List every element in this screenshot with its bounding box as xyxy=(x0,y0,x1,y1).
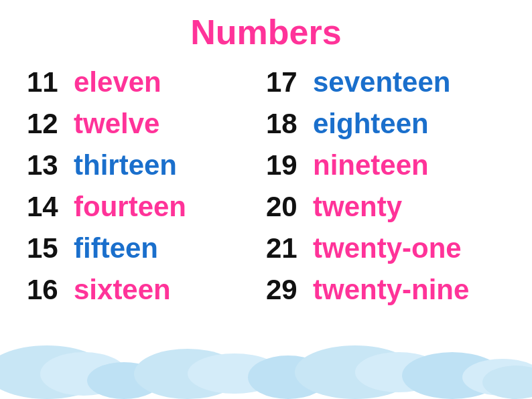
number-digit: 17 xyxy=(266,66,313,98)
number-word: twenty-one xyxy=(313,232,462,264)
number-digit: 18 xyxy=(266,108,313,140)
number-word: seventeen xyxy=(313,66,450,98)
number-word: twenty xyxy=(313,191,402,223)
number-digit: 14 xyxy=(27,191,74,223)
number-digit: 16 xyxy=(27,274,74,306)
number-row: 15fifteen xyxy=(27,228,266,268)
numbers-content: 11eleven12twelve13thirteen14fourteen15fi… xyxy=(0,62,532,310)
number-word: fifteen xyxy=(74,232,158,264)
clouds-decoration xyxy=(0,332,532,399)
number-digit: 29 xyxy=(266,274,313,306)
number-row: 17seventeen xyxy=(266,62,505,102)
number-word: thirteen xyxy=(74,149,177,181)
page-title: Numbers xyxy=(0,0,532,59)
number-row: 12twelve xyxy=(27,104,266,144)
number-digit: 13 xyxy=(27,149,74,181)
number-row: 20twenty xyxy=(266,187,505,227)
number-row: 18eighteen xyxy=(266,104,505,144)
number-word: fourteen xyxy=(74,191,186,223)
number-row: 11eleven xyxy=(27,62,266,102)
number-digit: 15 xyxy=(27,232,74,264)
number-word: twelve xyxy=(74,108,159,140)
number-digit: 11 xyxy=(27,66,74,98)
number-word: sixteen xyxy=(74,274,171,306)
number-row: 13thirteen xyxy=(27,145,266,185)
number-word: twenty-nine xyxy=(313,274,469,306)
number-row: 21twenty-one xyxy=(266,228,505,268)
number-row: 29twenty-nine xyxy=(266,270,505,310)
number-word: eleven xyxy=(74,66,161,98)
number-row: 16sixteen xyxy=(27,270,266,310)
number-word: eighteen xyxy=(313,108,429,140)
number-word: nineteen xyxy=(313,149,429,181)
left-column: 11eleven12twelve13thirteen14fourteen15fi… xyxy=(27,62,266,310)
number-row: 19nineteen xyxy=(266,145,505,185)
right-column: 17seventeen18eighteen19nineteen20twenty2… xyxy=(266,62,505,310)
number-digit: 21 xyxy=(266,232,313,264)
number-digit: 12 xyxy=(27,108,74,140)
number-digit: 19 xyxy=(266,149,313,181)
number-row: 14fourteen xyxy=(27,187,266,227)
number-digit: 20 xyxy=(266,191,313,223)
